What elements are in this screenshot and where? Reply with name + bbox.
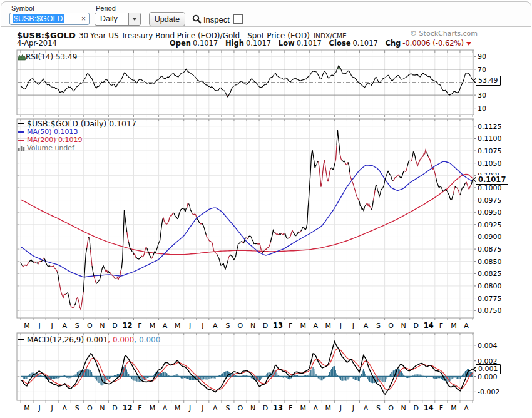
charts-svg: 907030100.11250.11000.10750.10500.10250.… <box>0 0 532 418</box>
svg-text:0.0800: 0.0800 <box>478 282 502 290</box>
svg-text:13: 13 <box>273 321 283 330</box>
svg-text:F: F <box>138 322 141 330</box>
svg-text:90: 90 <box>478 53 486 61</box>
svg-text:M: M <box>175 404 181 412</box>
svg-text:A: A <box>163 322 168 330</box>
svg-text:M: M <box>325 404 332 412</box>
period-label: Period <box>96 4 116 12</box>
stockcharts-page: Symbol $USB:$GOLD × Period Daily Update … <box>0 0 532 418</box>
svg-text:M: M <box>300 404 306 412</box>
select-arrow-box[interactable] <box>128 13 140 25</box>
svg-text:J: J <box>38 404 40 412</box>
period-select[interactable]: Daily <box>95 13 141 26</box>
close-label: Close <box>329 39 351 48</box>
svg-text:J: J <box>201 404 203 412</box>
svg-text:D: D <box>263 322 268 330</box>
svg-text:N: N <box>250 404 255 412</box>
low-label: Low <box>279 39 295 48</box>
svg-text:F: F <box>289 322 292 330</box>
close-value: 0.1017 <box>353 39 378 48</box>
svg-text:M: M <box>300 322 306 330</box>
svg-text:0.1100: 0.1100 <box>478 135 502 143</box>
svg-text:F: F <box>439 404 443 412</box>
svg-text:J: J <box>50 322 53 330</box>
gridlines <box>18 51 473 400</box>
svg-text:S: S <box>75 322 79 330</box>
svg-text:J: J <box>201 322 203 330</box>
svg-text:A: A <box>213 404 218 412</box>
svg-text:O: O <box>238 404 243 412</box>
svg-text:D: D <box>413 322 418 330</box>
svg-text:M: M <box>451 404 457 412</box>
svg-text:M: M <box>451 322 457 330</box>
svg-text:0.0775: 0.0775 <box>478 295 502 303</box>
svg-text:J: J <box>352 322 354 330</box>
svg-text:0.1050: 0.1050 <box>478 160 502 168</box>
svg-text:12: 12 <box>122 404 132 412</box>
svg-text:0.0875: 0.0875 <box>478 245 502 253</box>
svg-text:0.0950: 0.0950 <box>478 208 502 217</box>
svg-text:M: M <box>150 404 156 412</box>
svg-text:A: A <box>62 322 67 330</box>
ohlc-readout: Open0.1017 High0.1017 Low0.1017 Close0.1… <box>170 39 471 48</box>
svg-text:0.0750: 0.0750 <box>478 307 502 315</box>
svg-text:A: A <box>364 404 369 412</box>
svg-text:A: A <box>62 404 67 412</box>
period-select-value: Daily <box>97 13 128 25</box>
svg-text:0.1125: 0.1125 <box>478 123 502 131</box>
svg-text:D: D <box>413 404 418 412</box>
inspect-label: Inspect <box>203 15 230 24</box>
svg-text:D: D <box>112 404 117 412</box>
svg-text:F: F <box>138 404 141 412</box>
svg-text:0.0900: 0.0900 <box>478 233 502 241</box>
svg-text:N: N <box>401 322 406 330</box>
svg-text:0.004: 0.004 <box>478 342 498 350</box>
svg-text:N: N <box>100 322 105 330</box>
open-label: Open <box>170 39 191 48</box>
svg-text:O: O <box>87 404 93 412</box>
inspect-checkbox[interactable] <box>233 14 243 24</box>
svg-text:J: J <box>352 404 354 412</box>
svg-text:14: 14 <box>424 404 434 412</box>
svg-text:J: J <box>188 404 191 412</box>
svg-text:J: J <box>339 322 342 330</box>
svg-text:S: S <box>225 404 230 412</box>
quote-date: 4-Apr-2014 <box>17 39 57 48</box>
svg-text:A: A <box>464 322 469 330</box>
copyright: © StockCharts.com <box>410 29 478 38</box>
chevron-down-icon <box>132 18 137 21</box>
svg-text:M: M <box>325 322 332 330</box>
svg-text:O: O <box>388 322 394 330</box>
quote-row: 4-Apr-2014 Open0.1017 High0.1017 Low0.10… <box>17 39 478 47</box>
svg-text:0.0975: 0.0975 <box>478 196 502 205</box>
toolbar: Symbol $USB:$GOLD × Period Daily Update … <box>1 1 531 27</box>
svg-text:S: S <box>376 322 381 330</box>
chg-value: -0.0006 (-0.62%) <box>402 39 464 48</box>
high-value: 0.1017 <box>246 39 271 48</box>
chg-label: Chg <box>385 39 401 48</box>
symbol-input[interactable]: $USB:$GOLD × <box>9 13 90 25</box>
svg-text:S: S <box>75 404 79 412</box>
svg-text:N: N <box>250 322 255 330</box>
svg-text:M: M <box>150 322 156 330</box>
svg-text:J: J <box>339 404 342 412</box>
svg-text:F: F <box>289 404 292 412</box>
clear-icon[interactable]: × <box>81 15 86 23</box>
high-label: High <box>225 39 244 48</box>
update-button[interactable]: Update <box>149 12 185 26</box>
svg-text:-0.002: -0.002 <box>478 388 499 396</box>
svg-text:0.1000: 0.1000 <box>478 184 502 192</box>
svg-text:F: F <box>439 322 443 330</box>
svg-text:13: 13 <box>273 404 283 412</box>
svg-text:J: J <box>50 404 53 412</box>
svg-text:J: J <box>38 322 40 330</box>
low-value: 0.1017 <box>297 39 322 48</box>
svg-text:A: A <box>314 322 319 330</box>
svg-text:A: A <box>464 404 469 412</box>
svg-text:N: N <box>100 404 105 412</box>
svg-text:N: N <box>401 404 406 412</box>
svg-text:O: O <box>87 322 93 330</box>
svg-text:70: 70 <box>478 66 486 74</box>
symbol-label: Symbol <box>11 4 34 12</box>
macd-value-tag: 0.001 <box>476 364 501 374</box>
